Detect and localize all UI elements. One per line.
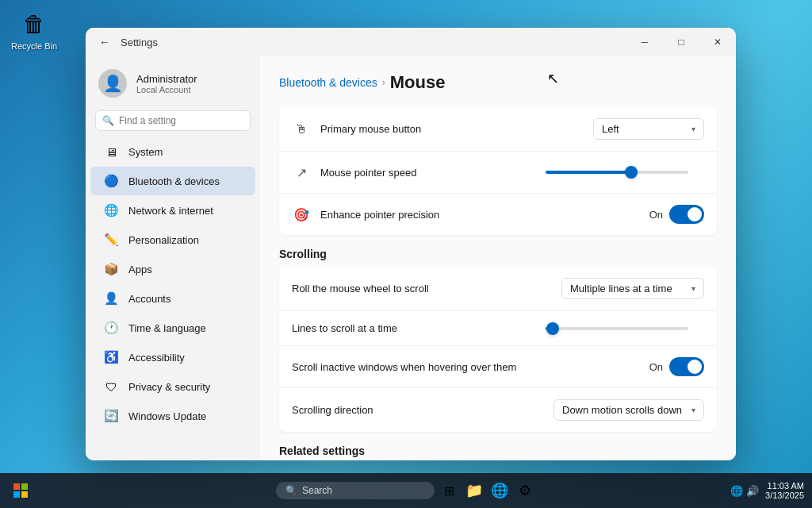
precision-icon: 🎯: [292, 205, 311, 224]
sidebar-item-personalization[interactable]: ✏️Personalization: [90, 225, 255, 254]
sidebar-item-label-apps: Apps: [128, 264, 152, 275]
scroll-direction-dropdown[interactable]: Down motion scrolls down ▾: [553, 399, 704, 421]
settings-taskbar-icon[interactable]: ⚙: [514, 479, 536, 502]
slider-fill: [546, 171, 631, 174]
sidebar: 👤 Administrator Local Account 🔍 🖥System🔵…: [86, 56, 260, 460]
sidebar-item-label-system: System: [128, 146, 163, 158]
desktop: 🗑 Recycle Bin ← Settings ─ □ ✕ 👤 Adminis…: [0, 0, 812, 508]
enhance-precision-row: 🎯 Enhance pointer precision On: [279, 194, 717, 235]
minimize-button[interactable]: ─: [626, 28, 663, 56]
window-controls: ─ □ ✕: [626, 28, 736, 56]
windows_update-nav-icon: 🔄: [103, 408, 119, 424]
sidebar-item-label-network: Network & internet: [128, 205, 213, 217]
sidebar-item-accessibility[interactable]: ♿Accessibility: [90, 343, 255, 371]
mouse-icon: 🖱: [292, 120, 311, 139]
pointer-speed-control: [546, 171, 704, 174]
slider-track: [546, 327, 688, 330]
pointer-speed-slider[interactable]: [546, 171, 704, 174]
scroll-inactive-row: Scroll inactive windows when hovering ov…: [279, 346, 717, 388]
slider-thumb[interactable]: [546, 322, 559, 335]
settings-search-input[interactable]: [119, 115, 243, 126]
settings-search-box[interactable]: 🔍: [95, 110, 251, 131]
sidebar-item-label-accounts: Accounts: [128, 293, 170, 305]
sidebar-item-system[interactable]: 🖥System: [90, 137, 255, 166]
taskbar-time: 11:03 AM: [768, 481, 804, 491]
avatar: 👤: [98, 69, 127, 98]
scroll-direction-control: Down motion scrolls down ▾: [553, 399, 704, 421]
taskbar-search-label: Search: [302, 485, 332, 496]
breadcrumb-parent[interactable]: Bluetooth & devices: [279, 76, 377, 89]
sidebar-item-network[interactable]: 🌐Network & internet: [90, 196, 255, 225]
toggle-thumb: [688, 360, 702, 374]
svg-rect-3: [21, 491, 28, 498]
enhance-precision-toggle[interactable]: [669, 205, 704, 224]
roll-wheel-control: Multiple lines at a time ▾: [561, 278, 704, 299]
volume-icon[interactable]: 🔊: [746, 485, 759, 497]
scroll-inactive-label: Scroll inactive windows when hovering ov…: [292, 361, 640, 373]
sidebar-item-windows_update[interactable]: 🔄Windows Update: [90, 402, 255, 430]
sidebar-item-accounts[interactable]: 👤Accounts: [90, 284, 255, 313]
svg-rect-2: [13, 491, 20, 498]
primary-settings-card: 🖱 Primary mouse button Left ▾ ↗ Mouse po…: [279, 107, 717, 235]
slider-track: [546, 171, 688, 174]
scroll-direction-value: Down motion scrolls down: [562, 404, 682, 416]
edge-icon[interactable]: 🌐: [488, 479, 511, 502]
scroll-inactive-toggle-label: On: [649, 361, 663, 373]
sidebar-item-privacy[interactable]: 🛡Privacy & security: [90, 372, 255, 401]
maximize-button[interactable]: □: [663, 28, 699, 56]
chevron-down-icon: ▾: [691, 125, 695, 133]
user-section: 👤 Administrator Local Account: [86, 63, 260, 110]
breadcrumb: Bluetooth & devices › Mouse: [279, 72, 717, 93]
related-settings-header: Related settings: [279, 444, 717, 457]
primary-button-row: 🖱 Primary mouse button Left ▾: [279, 107, 717, 152]
enhance-precision-toggle-label: On: [649, 209, 663, 221]
roll-wheel-row: Roll the mouse wheel to scroll Multiple …: [279, 267, 717, 311]
taskbar-search[interactable]: 🔍 Search: [276, 482, 435, 499]
apps-nav-icon: 📦: [103, 261, 119, 277]
start-button[interactable]: [8, 478, 33, 503]
svg-rect-0: [13, 483, 20, 490]
taskbar-right: 🌐 🔊 11:03 AM 3/13/2025: [730, 481, 804, 500]
back-button[interactable]: ←: [95, 33, 114, 52]
taskview-button[interactable]: ⊞: [438, 479, 460, 502]
roll-wheel-dropdown[interactable]: Multiple lines at a time ▾: [561, 278, 704, 299]
taskbar-clock[interactable]: 11:03 AM 3/13/2025: [765, 481, 804, 500]
sidebar-item-time[interactable]: 🕐Time & language: [90, 314, 255, 342]
sidebar-item-label-windows_update: Windows Update: [128, 410, 206, 422]
scroll-inactive-toggle[interactable]: [669, 357, 704, 376]
sidebar-item-label-privacy: Privacy & security: [128, 381, 210, 393]
enhance-precision-control: On: [649, 205, 704, 224]
close-button[interactable]: ✕: [699, 28, 736, 56]
toggle-thumb: [688, 207, 702, 221]
network-nav-icon: 🌐: [103, 202, 119, 218]
network-icon[interactable]: 🌐: [730, 485, 743, 497]
scroll-direction-label: Scrolling direction: [292, 404, 544, 416]
chevron-down-icon: ▾: [691, 406, 695, 414]
enhance-precision-label: Enhance pointer precision: [320, 209, 640, 221]
sidebar-item-apps[interactable]: 📦Apps: [90, 255, 255, 283]
file-explorer-icon[interactable]: 📁: [463, 479, 485, 502]
accounts-nav-icon: 👤: [103, 291, 119, 306]
privacy-nav-icon: 🛡: [103, 379, 119, 394]
taskbar-center: 🔍 Search ⊞ 📁 🌐 ⚙: [276, 479, 536, 502]
slider-thumb[interactable]: [625, 166, 638, 179]
user-name: Administrator: [136, 73, 197, 85]
primary-button-control: Left ▾: [593, 118, 704, 140]
svg-rect-1: [21, 483, 28, 490]
lines-scroll-label: Lines to scroll at a time: [292, 322, 536, 334]
scrolling-settings-card: Roll the mouse wheel to scroll Multiple …: [279, 267, 717, 432]
sidebar-item-bluetooth[interactable]: 🔵Bluetooth & devices: [90, 167, 255, 195]
search-icon: 🔍: [102, 115, 114, 126]
system-nav-icon: 🖥: [103, 144, 119, 160]
scroll-direction-row: Scrolling direction Down motion scrolls …: [279, 388, 717, 432]
recycle-bin[interactable]: 🗑 Recycle Bin: [11, 8, 57, 51]
sidebar-item-label-personalization: Personalization: [128, 234, 199, 246]
roll-wheel-value: Multiple lines at a time: [570, 283, 672, 294]
taskbar-date: 3/13/2025: [765, 491, 804, 500]
accessibility-nav-icon: ♿: [103, 349, 119, 365]
lines-scroll-slider[interactable]: [546, 327, 704, 330]
lines-scroll-row: Lines to scroll at a time: [279, 311, 717, 346]
user-role: Local Account: [136, 85, 197, 94]
content-area: 👤 Administrator Local Account 🔍 🖥System🔵…: [86, 56, 736, 460]
primary-button-dropdown[interactable]: Left ▾: [593, 118, 704, 140]
